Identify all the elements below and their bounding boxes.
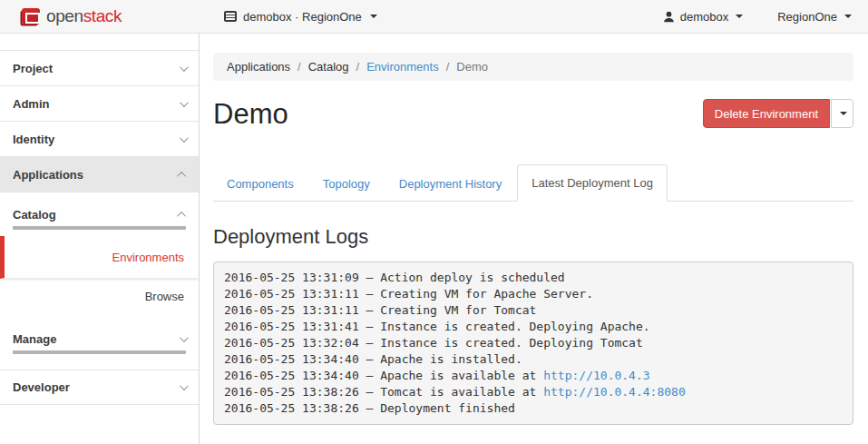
sidebar-spacer (0, 34, 199, 51)
tab-label: Deployment History (385, 166, 515, 202)
sidebar-item-developer[interactable]: Developer (0, 370, 199, 405)
log-line: 2016-05-25 13:31:41 — Instance is create… (224, 319, 843, 335)
log-line: 2016-05-25 13:31:11 — Creating VM for To… (224, 302, 843, 319)
breadcrumb-separator: / (297, 60, 301, 74)
log-line: 2016-05-25 13:34:40 — Apache is availabl… (224, 368, 843, 384)
tab-topology[interactable]: Topology (309, 166, 384, 202)
log-text: 2016-05-25 13:38:26 — Deployment finishe… (224, 401, 515, 415)
sidebar-item-label: Identity (13, 133, 54, 146)
log-text: 2016-05-25 13:34:40 — Apache is availabl… (224, 369, 543, 382)
chevron-down-icon (180, 133, 189, 143)
log-text: 2016-05-25 13:31:11 — Creating VM for To… (224, 303, 536, 317)
sidebar-nav: ProjectAdminIdentityApplicationsCatalogE… (0, 34, 200, 444)
sidebar-item-project[interactable]: Project (0, 51, 199, 86)
chevron-down-icon (180, 381, 189, 390)
log-line: 2016-05-25 13:38:26 — Tomcat is availabl… (224, 384, 843, 400)
user-menu-label: demobox (680, 10, 728, 24)
log-text: 2016-05-25 13:32:04 — Instance is create… (224, 336, 643, 350)
log-text: 2016-05-25 13:31:09 — Action deploy is s… (224, 271, 565, 284)
breadcrumb: Applications/Catalog/Environments/Demo (213, 53, 853, 81)
main-content: Applications/Catalog/Environments/Demo D… (200, 34, 868, 444)
breadcrumb-item-applications[interactable]: Applications (227, 60, 290, 74)
sidebar-item-applications[interactable]: Applications (0, 157, 199, 192)
region-menu[interactable]: RegionOne (777, 10, 852, 24)
topbar-right: demobox RegionOne (663, 10, 868, 24)
sidebar-item-admin[interactable]: Admin (0, 86, 199, 122)
caret-down-icon (844, 15, 852, 18)
project-region-label: demobox · RegionOne (243, 10, 362, 24)
sidebar-item-label: Developer (13, 380, 70, 394)
group-underline (13, 226, 186, 230)
sidebar-item-label: Project (13, 62, 53, 75)
chevron-down-icon (180, 63, 189, 72)
sidebar-item-environments[interactable]: Environments (0, 236, 199, 279)
log-text: 2016-05-25 13:31:41 — Instance is create… (224, 320, 650, 333)
openstack-logo-icon (22, 8, 40, 25)
log-link[interactable]: http://10.0.4.3 (543, 369, 649, 382)
tab-label: Components (213, 166, 307, 202)
breadcrumb-separator: / (446, 60, 450, 74)
log-text: 2016-05-25 13:31:11 — Creating VM for Ap… (224, 287, 593, 301)
chevron-up-icon (177, 211, 186, 220)
log-text: 2016-05-25 13:38:26 — Tomcat is availabl… (224, 385, 543, 399)
tab-label: Latest Deployment Log (517, 164, 668, 202)
sidebar-item-manage[interactable]: Manage (0, 317, 199, 360)
tab-components[interactable]: Components (213, 166, 307, 202)
openstack-logo-text: openstack (46, 6, 122, 26)
sidebar-item-label: Applications (13, 168, 83, 182)
sidebar-item-browse[interactable]: Browse (0, 279, 199, 313)
page-header: Demo Delete Environment (213, 94, 853, 133)
caret-down-icon (370, 15, 377, 18)
log-line: 2016-05-25 13:32:04 — Instance is create… (224, 335, 843, 351)
delete-environment-dropdown-toggle[interactable] (831, 99, 853, 128)
log-line: 2016-05-25 13:34:40 — Apache is installe… (224, 351, 843, 368)
breadcrumb-item-catalog[interactable]: Catalog (308, 60, 349, 74)
chevron-up-icon (177, 171, 186, 180)
delete-environment-button[interactable]: Delete Environment (703, 99, 830, 128)
breadcrumb-separator: / (356, 60, 360, 74)
log-output: 2016-05-25 13:31:09 — Action deploy is s… (213, 261, 853, 425)
list-icon (224, 11, 237, 22)
tab-bar: ComponentsTopologyDeployment HistoryLate… (213, 164, 853, 202)
openstack-logo[interactable]: openstack (0, 6, 122, 26)
log-line: 2016-05-25 13:31:09 — Action deploy is s… (224, 270, 843, 286)
caret-down-icon (840, 112, 847, 115)
sidebar-item-label: Browse (145, 290, 184, 303)
breadcrumb-item-environments[interactable]: Environments (366, 60, 438, 74)
top-navbar: openstack demobox · RegionOne demobox Re… (0, 0, 868, 34)
log-line: 2016-05-25 13:38:26 — Deployment finishe… (224, 400, 843, 417)
sidebar-item-label: Admin (13, 97, 49, 111)
sidebar-item-label: Catalog (13, 208, 56, 222)
log-link[interactable]: http://10.0.4.4:8080 (543, 385, 686, 399)
sidebar-item-label: Environments (112, 251, 184, 264)
log-line: 2016-05-25 13:31:11 — Creating VM for Ap… (224, 286, 843, 302)
region-menu-label: RegionOne (777, 10, 837, 24)
breadcrumb-item-demo: Demo (456, 60, 488, 74)
tab-latest-deployment-log[interactable]: Latest Deployment Log (517, 164, 668, 202)
delete-environment-button-group: Delete Environment (703, 99, 853, 128)
sidebar-item-identity[interactable]: Identity (0, 122, 199, 157)
log-text: 2016-05-25 13:34:40 — Apache is installe… (224, 352, 522, 366)
deployment-logs-heading: Deployment Logs (213, 226, 853, 248)
user-menu[interactable]: demobox (663, 10, 743, 24)
user-icon (663, 11, 675, 23)
chevron-down-icon (180, 98, 189, 107)
tab-deployment-history[interactable]: Deployment History (385, 166, 515, 202)
tab-label: Topology (309, 166, 384, 202)
chevron-down-icon (180, 333, 189, 342)
sidebar-item-catalog[interactable]: Catalog (0, 192, 199, 236)
group-underline (13, 350, 186, 354)
project-region-switcher[interactable]: demobox · RegionOne (224, 0, 377, 33)
sidebar-item-label: Manage (13, 332, 56, 346)
caret-down-icon (736, 15, 743, 18)
page-title: Demo (213, 100, 288, 128)
